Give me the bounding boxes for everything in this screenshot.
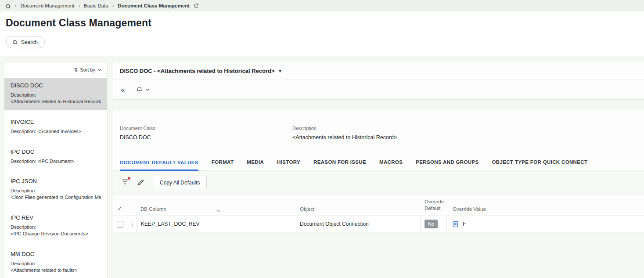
cell-override-default: No [421, 216, 447, 232]
selected-object-header: DISCO DOC - <Attachments related to Hist… [113, 62, 644, 79]
search-button[interactable]: Search [6, 36, 45, 48]
column-header-override-value[interactable]: Override Value [447, 206, 509, 212]
description-value: <IPC Document> [37, 158, 74, 165]
refresh-icon[interactable] [194, 3, 199, 8]
home-icon[interactable] [5, 3, 11, 9]
item-name: MM DOC [11, 251, 101, 257]
collapse-panel-icon[interactable]: « [121, 86, 125, 94]
field-label: Description [292, 126, 465, 131]
tab-history[interactable]: HISTORY [277, 159, 300, 170]
content-area: ⇅ Sort by DISCO DOC Description: <Attach… [0, 56, 644, 278]
page-title: Document Class Management [6, 17, 644, 29]
tab-object-type-for-quick-connect[interactable]: OBJECT TYPE FOR QUICK CONNECT [492, 159, 588, 170]
tab-document-default-values[interactable]: DOCUMENT DEFAULT VALUES [120, 160, 198, 171]
row-menu-icon[interactable]: ⋮ [129, 220, 135, 227]
item-description: Description: <IPC Change Revision Docume… [11, 224, 101, 237]
description-value: <IPC Change Revision Documents> [11, 231, 88, 237]
status-badge: No [425, 220, 438, 228]
field-value: <Attachments related to Historical Recor… [292, 134, 465, 141]
column-header-db-column[interactable]: DB Column [137, 206, 296, 212]
description-label: Description: [11, 92, 36, 97]
row-spacer [509, 216, 644, 232]
document-class-list: ⇅ Sort by DISCO DOC Description: <Attach… [4, 62, 107, 278]
cell-object: Document Object Connection [296, 216, 421, 232]
detail-tabs: DOCUMENT DEFAULT VALUES FORMAT MEDIA HIS… [113, 152, 644, 171]
sort-arrows-icon: ⇅ [74, 67, 78, 73]
object-fields: Document Class DISCO DOC Description <At… [113, 110, 644, 152]
breadcrumb-item-document-management[interactable]: Document Management [21, 3, 75, 8]
tab-reason-for-issue[interactable]: REASON FOR ISSUE [313, 159, 366, 170]
detail-panel: DISCO DOC - <Attachments related to Hist… [113, 62, 644, 278]
item-name: IPC JSON [11, 178, 101, 184]
tab-media[interactable]: MEDIA [247, 159, 264, 170]
table-row[interactable]: ⋮ KEEP_LAST_DOC_REV Document Object Conn… [113, 216, 644, 232]
tab-format[interactable]: FORMAT [212, 159, 234, 170]
description-label: Description: [11, 188, 36, 193]
item-name: DISCO DOC [11, 82, 101, 89]
list-item-ipc-rev[interactable]: IPC REV Description: <IPC Change Revisio… [4, 210, 107, 242]
field-description: Description <Attachments related to Hist… [292, 126, 465, 141]
notifications-control[interactable] [136, 86, 150, 93]
filter-active-badge [128, 177, 130, 180]
chevron-right-icon: › [15, 4, 17, 8]
object-value: Document Object Connection [300, 221, 369, 227]
cell-override-value: F [447, 216, 509, 232]
table-toolbar: Copy All Defaults [113, 171, 644, 195]
item-description: Description: <Attachments related to fau… [11, 260, 101, 274]
description-label: Description: [11, 159, 36, 164]
list-item-ipc-json[interactable]: IPC JSON Description: <Json Files genera… [4, 173, 107, 206]
bell-icon [136, 86, 143, 93]
field-document-class: Document Class DISCO DOC [120, 126, 292, 141]
item-name: INVOICE [11, 119, 101, 125]
breadcrumb: › Document Management › Basic Data › Doc… [0, 0, 644, 11]
search-button-label: Search [21, 39, 38, 45]
field-value: DISCO DOC [120, 134, 292, 141]
column-header-object[interactable]: Object [296, 206, 421, 212]
item-name: IPC REV [11, 214, 101, 221]
chevron-down-icon [97, 69, 101, 71]
sort-by-control[interactable]: ⇅ Sort by [4, 62, 107, 78]
cell-db-column: KEEP_LAST_DOC_REV [137, 216, 296, 232]
tab-persons-and-groups[interactable]: PERSONS AND GROUPS [416, 159, 479, 170]
list-item-ipc-doc[interactable]: IPC DOC Description: <IPC Document> [4, 144, 107, 170]
sort-ascending-icon [216, 208, 220, 213]
column-label: DB Column [140, 206, 166, 212]
copy-all-defaults-button[interactable]: Copy All Defaults [153, 176, 207, 189]
list-item-mm-doc[interactable]: MM DOC Description: <Attachments related… [4, 246, 107, 278]
list-item-disco-doc[interactable]: DISCO DOC Description: <Attachments rela… [4, 78, 107, 110]
object-header-card: DISCO DOC - <Attachments related to Hist… [113, 62, 644, 100]
item-description: Description: <Attachments related to His… [11, 92, 101, 105]
detail-card: Document Class DISCO DOC Description <At… [113, 110, 644, 232]
description-label: Description: [11, 224, 36, 230]
column-header-override-default[interactable]: Override Default [421, 199, 447, 212]
selected-object-title: DISCO DOC - <Attachments related to Hist… [120, 68, 275, 74]
row-select-cell: ⋮ [113, 216, 137, 232]
sort-by-label: Sort by [80, 67, 95, 72]
description-value: <Scanned Invoices> [37, 128, 81, 135]
breadcrumb-item-current[interactable]: Document Class Management [118, 3, 190, 8]
tab-macros[interactable]: MACROS [379, 159, 403, 170]
field-label: Document Class [120, 126, 292, 131]
description-label: Description: [11, 261, 36, 266]
filter-icon [122, 179, 129, 185]
edit-button[interactable] [137, 179, 144, 186]
row-checkbox[interactable] [117, 221, 123, 227]
select-all-check-icon[interactable]: ✓ [113, 206, 137, 212]
item-description: Description: <Json Files generated in Co… [11, 188, 101, 201]
description-value: <Attachments related to Historical Recor… [11, 98, 101, 105]
filter-button[interactable] [122, 179, 129, 187]
db-column-value: KEEP_LAST_DOC_REV [141, 221, 199, 227]
object-toolbar: « [113, 79, 644, 100]
item-name: IPC DOC [11, 148, 101, 155]
object-dropdown-icon[interactable]: ▾ [279, 69, 281, 73]
list-item-invoice[interactable]: INVOICE Description: <Scanned Invoices> [4, 114, 107, 140]
document-icon [453, 221, 458, 227]
chevron-right-icon: › [78, 4, 80, 8]
breadcrumb-item-basic-data[interactable]: Basic Data [84, 3, 108, 8]
item-description: Description: <Scanned Invoices> [11, 128, 101, 135]
description-label: Description: [11, 129, 36, 134]
pencil-icon [137, 179, 144, 186]
description-value: <Attachments related to faults> [11, 267, 77, 274]
search-icon [12, 40, 18, 45]
description-value: <Json Files generated in Configuration M… [11, 194, 101, 201]
